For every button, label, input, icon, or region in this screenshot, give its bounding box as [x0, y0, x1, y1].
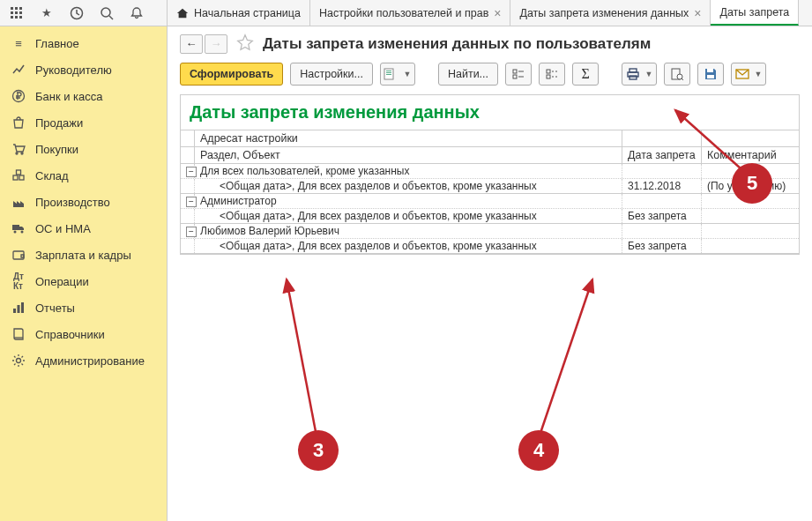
boxes-icon	[11, 167, 26, 183]
detail-cell: <Общая дата>, Для всех разделов и объект…	[195, 239, 622, 253]
report-title: Даты запрета изменения данных	[181, 95, 799, 130]
svg-rect-14	[13, 175, 18, 180]
grid-body: −Для всех пользователей, кроме указанных…	[181, 164, 799, 254]
tab-dates-lock-active[interactable]: Даты запрета	[711, 0, 799, 26]
cart-icon	[11, 141, 26, 157]
svg-rect-6	[11, 16, 13, 19]
sidebar-item-operations[interactable]: ДтКтОперации	[0, 268, 167, 294]
favorite-icon[interactable]: ★	[35, 2, 58, 25]
sidebar-item-label: Администрирование	[35, 354, 145, 368]
group-cell: Администратор	[195, 194, 622, 208]
settings-button[interactable]: Настройки...	[290, 63, 373, 86]
svg-rect-26	[386, 72, 391, 73]
svg-rect-27	[386, 74, 391, 75]
tab-label: Даты запрета изменения данных	[519, 7, 689, 19]
date-cell: Без запрета	[622, 209, 702, 223]
svg-rect-22	[21, 302, 24, 313]
chevron-down-icon: ▼	[403, 70, 411, 78]
comment-cell	[702, 209, 799, 223]
date-cell: 31.12.2018	[622, 179, 702, 193]
button-label: Сформировать	[190, 68, 273, 80]
sidebar-item-sales[interactable]: Продажи	[0, 109, 167, 136]
svg-rect-28	[513, 70, 517, 73]
close-icon[interactable]: ×	[494, 6, 501, 20]
svg-point-18	[21, 231, 24, 234]
svg-rect-1	[15, 7, 18, 10]
tab-home[interactable]: Начальная страница	[168, 0, 310, 26]
svg-point-10	[101, 8, 110, 17]
tab-user-settings[interactable]: Настройки пользователей и прав ×	[310, 0, 511, 26]
generate-button[interactable]: Сформировать	[180, 63, 283, 86]
sidebar-item-catalogs[interactable]: Справочники	[0, 321, 167, 347]
variants-button[interactable]: ▼	[380, 63, 415, 86]
tab-label: Настройки пользователей и прав	[319, 7, 488, 19]
expand-all-button[interactable]	[505, 63, 532, 86]
col-header-recipient: Адресат настройки	[195, 130, 622, 146]
sidebar-item-label: Руководителю	[35, 63, 112, 77]
svg-rect-30	[547, 70, 550, 73]
sidebar-item-purchases[interactable]: Покупки	[0, 136, 167, 162]
bell-icon[interactable]	[125, 2, 148, 25]
preview-button[interactable]	[664, 63, 690, 86]
truck-icon	[11, 220, 26, 236]
content-area: ← → Даты запрета изменения данных по пол…	[168, 26, 812, 521]
annotation-marker-3: 3	[298, 430, 339, 471]
date-cell: Без запрета	[622, 239, 702, 253]
sidebar-item-label: Производство	[35, 196, 110, 209]
svg-rect-7	[15, 16, 18, 19]
grid-header: Адресат настройки Раздел, Объект Дата за…	[181, 130, 799, 164]
chevron-down-icon: ▼	[645, 70, 653, 78]
back-button[interactable]: ←	[180, 34, 203, 54]
system-toolbar: ★	[0, 0, 168, 26]
sidebar-item-assets[interactable]: ОС и НМА	[0, 215, 167, 242]
svg-rect-25	[386, 71, 391, 71]
svg-rect-29	[513, 75, 517, 78]
svg-rect-5	[19, 11, 22, 14]
bars-icon	[11, 300, 26, 316]
favorite-star-icon[interactable]	[236, 33, 254, 54]
svg-rect-0	[11, 7, 13, 10]
sidebar-item-label: Отчеты	[35, 301, 75, 315]
tab-label: Начальная страница	[194, 7, 301, 19]
sidebar-item-warehouse[interactable]: Склад	[0, 162, 167, 189]
report-area: Даты запрета изменения данных Адресат на…	[180, 94, 800, 255]
dtkt-icon: ДтКт	[11, 273, 26, 289]
sidebar-item-label: Справочники	[35, 328, 105, 341]
svg-point-17	[14, 231, 17, 234]
svg-line-41	[538, 279, 592, 441]
gear-icon	[11, 353, 26, 368]
sidebar-item-hr[interactable]: Зарплата и кадры	[0, 242, 167, 268]
sidebar-item-label: Покупки	[35, 143, 78, 156]
toolbar: Сформировать Настройки... ▼ Найти... Σ ▼…	[168, 59, 812, 94]
wallet-icon	[11, 247, 26, 263]
sidebar-item-admin[interactable]: Администрирование	[0, 347, 167, 374]
apps-icon[interactable]	[5, 2, 28, 25]
annotation-marker-4: 4	[518, 430, 559, 471]
search-icon[interactable]	[95, 2, 118, 25]
sidebar: ≡Главное Руководителю Банк и касса Прода…	[0, 26, 168, 521]
col-header-date: Дата запрета	[622, 147, 702, 163]
email-button[interactable]: ▼	[731, 63, 766, 86]
history-icon[interactable]	[65, 2, 88, 25]
sidebar-item-label: Главное	[35, 37, 79, 50]
tab-label: Даты запрета	[719, 6, 789, 19]
close-icon[interactable]: ×	[694, 6, 701, 20]
svg-rect-21	[18, 305, 20, 313]
save-button[interactable]	[697, 63, 724, 86]
factory-icon	[11, 194, 26, 210]
bag-icon	[11, 115, 26, 130]
sidebar-item-production[interactable]: Производство	[0, 189, 167, 215]
forward-button[interactable]: →	[205, 34, 227, 54]
sidebar-item-manager[interactable]: Руководителю	[0, 56, 167, 83]
col-header-comment: Комментарий	[702, 147, 799, 163]
tab-dates-lock[interactable]: Даты запрета изменения данных ×	[510, 0, 711, 26]
collapse-all-button[interactable]	[539, 63, 565, 86]
find-button[interactable]: Найти...	[438, 63, 498, 86]
print-button[interactable]: ▼	[622, 63, 657, 86]
sum-button[interactable]: Σ	[572, 63, 599, 86]
sidebar-item-main[interactable]: ≡Главное	[0, 30, 167, 56]
svg-rect-37	[707, 69, 713, 72]
sidebar-item-bank[interactable]: Банк и касса	[0, 83, 167, 109]
annotation-marker-5: 5	[732, 163, 772, 204]
sidebar-item-reports[interactable]: Отчеты	[0, 294, 167, 321]
